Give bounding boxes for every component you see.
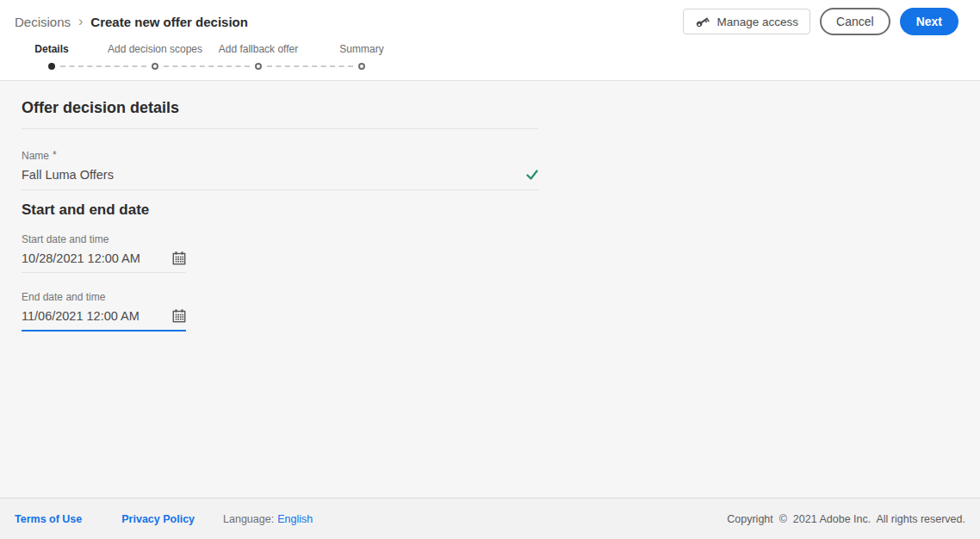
step-add-fallback-offer-label: Add fallback offer <box>207 43 310 55</box>
header-actions: Manage access Cancel Next <box>683 8 958 35</box>
start-date-field-group: Start date and time 10/28/2021 12:00 AM <box>22 233 186 273</box>
privacy-policy-link[interactable]: Privacy Policy <box>121 513 195 525</box>
valid-check-icon <box>526 169 538 181</box>
name-field-label-row: Name * <box>22 150 538 162</box>
start-end-date-heading: Start and end date <box>22 201 980 219</box>
language-label: Language: <box>223 513 274 525</box>
step-add-decision-scopes-track <box>103 63 207 70</box>
step-details-track <box>0 63 103 70</box>
step-summary-label: Summary <box>310 43 413 55</box>
section-divider <box>22 128 538 129</box>
step-add-fallback-offer-dot[interactable] <box>255 63 262 70</box>
offer-decision-details-heading: Offer decision details <box>22 99 980 117</box>
name-value: Fall Luma Offers <box>22 168 114 182</box>
calendar-icon <box>172 309 186 323</box>
end-date-field-group: End date and time 11/06/2021 12:00 AM <box>22 291 186 331</box>
end-date-value: 11/06/2021 12:00 AM <box>22 309 140 323</box>
step-details: Details <box>0 43 103 70</box>
start-date-calendar-button[interactable] <box>172 251 186 265</box>
page-title: Create new offer decision <box>90 15 248 29</box>
step-details-label: Details <box>0 43 103 55</box>
step-add-fallback-offer: Add fallback offer <box>207 43 310 70</box>
language-link[interactable]: English <box>277 513 313 525</box>
copyright-text: Copyright © 2021 Adobe Inc. All rights r… <box>727 513 965 525</box>
breadcrumb: Decisions › Create new offer decision <box>15 15 248 29</box>
page-header: Decisions › Create new offer decision <box>0 0 980 81</box>
create-offer-decision-page: Decisions › Create new offer decision <box>0 0 980 539</box>
start-date-label: Start date and time <box>22 233 186 245</box>
name-input[interactable]: Fall Luma Offers <box>22 168 538 190</box>
start-date-value: 10/28/2021 12:00 AM <box>22 251 140 265</box>
end-date-label: End date and time <box>22 291 186 303</box>
required-asterisk-icon: * <box>53 149 57 161</box>
name-label: Name <box>22 150 49 162</box>
step-add-decision-scopes: Add decision scopes <box>103 43 207 70</box>
footer-links: Terms of Use Privacy Policy Language: En… <box>15 513 313 525</box>
step-add-decision-scopes-label: Add decision scopes <box>103 43 207 55</box>
next-button[interactable]: Next <box>900 8 958 35</box>
name-field-group: Name * Fall Luma Offers <box>22 150 538 190</box>
key-icon <box>695 15 710 29</box>
end-date-calendar-button[interactable] <box>172 309 186 323</box>
start-date-input[interactable]: 10/28/2021 12:00 AM <box>22 251 186 273</box>
step-details-dot[interactable] <box>48 63 55 70</box>
chevron-right-icon: › <box>78 15 83 28</box>
terms-of-use-link[interactable]: Terms of Use <box>15 513 82 525</box>
step-add-fallback-offer-track <box>207 63 310 70</box>
header-top-row: Decisions › Create new offer decision <box>0 0 980 43</box>
step-summary-dot[interactable] <box>358 63 365 70</box>
cancel-button[interactable]: Cancel <box>820 8 890 35</box>
wizard-step-indicator: Details Add decision scopes Add fallback… <box>0 43 980 70</box>
main-content: Offer decision details Name * Fall Luma … <box>0 81 980 498</box>
step-summary: Summary <box>310 43 413 70</box>
end-date-input[interactable]: 11/06/2021 12:00 AM <box>22 309 186 331</box>
step-add-decision-scopes-dot[interactable] <box>152 63 158 70</box>
calendar-icon <box>172 251 186 265</box>
page-footer: Terms of Use Privacy Policy Language: En… <box>0 498 980 539</box>
step-summary-track <box>310 63 413 70</box>
manage-access-button[interactable]: Manage access <box>683 9 810 34</box>
breadcrumb-decisions-link[interactable]: Decisions <box>15 15 71 29</box>
manage-access-label: Manage access <box>716 15 798 28</box>
